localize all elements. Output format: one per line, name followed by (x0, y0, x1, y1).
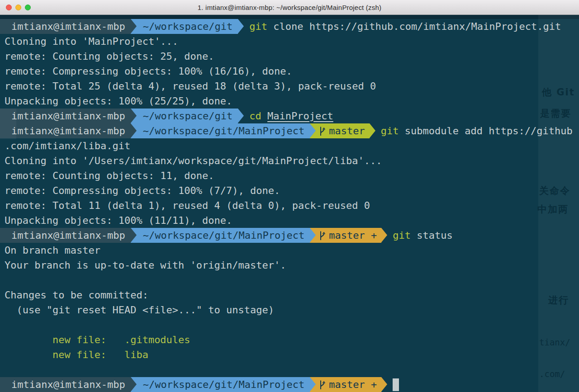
powerline-arrow-icon (131, 109, 137, 123)
command-token: MainProject (267, 109, 333, 123)
title-bar: 1. imtianx@imtianx-mbp: ~/workspace/git/… (0, 0, 579, 15)
output-line: remote: Total 11 (delta 1), reused 4 (de… (0, 198, 579, 213)
output-line: Cloning into '/Users/imtianx/workspace/g… (0, 153, 579, 168)
command-text: git submodule add https://github (375, 123, 573, 138)
prompt-line: imtianx@imtianx-mbp~/workspace/gitgit cl… (0, 19, 579, 34)
blank-line (0, 362, 579, 377)
prompt-path-segment: ~/workspace/git/MainProject (137, 228, 310, 243)
terminal-cursor (393, 378, 399, 391)
powerline-arrow-icon (310, 228, 316, 243)
output-text: remote: Compressing objects: 100% (7/7),… (0, 183, 280, 198)
output-text: new file: liba (0, 347, 148, 362)
output-line: Unpacking objects: 100% (11/11), done. (0, 213, 579, 228)
command-token (261, 109, 267, 123)
prompt-line: imtianx@imtianx-mbp~/workspace/git/MainP… (0, 228, 579, 243)
command-token: status (411, 228, 453, 243)
output-line: remote: Compressing objects: 100% (7/7),… (0, 183, 579, 198)
output-text: remote: Counting objects: 11, done. (0, 168, 214, 183)
output-line: remote: Total 25 (delta 4), reused 18 (d… (0, 79, 579, 94)
output-line: new file: .gitmodules (0, 332, 579, 347)
command-text: git status (387, 228, 452, 243)
output-text: Changes to be committed: (0, 288, 148, 302)
command-token: git (381, 123, 399, 138)
output-text: remote: Compressing objects: 100% (16/16… (0, 64, 292, 79)
output-text: Your branch is up-to-date with 'origin/m… (0, 258, 286, 273)
output-text: remote: Total 25 (delta 4), reused 18 (d… (0, 79, 376, 94)
powerline-arrow-icon (131, 19, 137, 34)
output-text: remote: Counting objects: 25, done. (0, 49, 214, 64)
powerline-arrow-icon (131, 377, 137, 392)
prompt-host-segment: imtianx@imtianx-mbp (0, 19, 131, 34)
command-token: submodule add https://github (399, 123, 573, 138)
git-branch-icon (319, 380, 326, 390)
output-line: (use "git reset HEAD <file>..." to unsta… (0, 302, 579, 317)
command-token: clone https://github.com/imtianx/MainPro… (267, 19, 561, 34)
prompt-host-segment: imtianx@imtianx-mbp (0, 109, 131, 123)
prompt-host-segment: imtianx@imtianx-mbp (0, 228, 131, 243)
powerline-arrow-icon (310, 123, 316, 138)
output-text: On branch master (0, 243, 100, 258)
command-token: git (393, 228, 411, 243)
prompt-line: imtianx@imtianx-mbp~/workspace/git/MainP… (0, 377, 579, 392)
output-line: remote: Counting objects: 25, done. (0, 49, 579, 64)
powerline-arrow-icon (238, 19, 244, 34)
branch-label: master + (329, 228, 377, 243)
output-line: Changes to be committed: (0, 288, 579, 302)
output-line: .com/imtianx/liba.git (0, 138, 579, 153)
prompt-path-segment: ~/workspace/git/MainProject (137, 377, 310, 392)
output-line: On branch master (0, 243, 579, 258)
prompt-branch-segment: master + (316, 228, 381, 243)
prompt-host-segment: imtianx@imtianx-mbp (0, 123, 131, 138)
output-text: Unpacking objects: 100% (11/11), done. (0, 213, 232, 228)
output-text: Cloning into '/Users/imtianx/workspace/g… (0, 153, 382, 168)
powerline-arrow-icon (238, 109, 244, 123)
prompt-line: imtianx@imtianx-mbp~/workspace/gitcd Mai… (0, 109, 579, 123)
git-branch-icon (319, 126, 326, 136)
powerline-arrow-icon (370, 123, 375, 138)
git-branch-icon (319, 231, 326, 241)
window-title: 1. imtianx@imtianx-mbp: ~/workspace/git/… (198, 4, 381, 11)
close-button[interactable] (6, 5, 12, 10)
output-text: (use "git reset HEAD <file>..." to unsta… (0, 302, 274, 317)
command-text: git clone https://github.com/imtianx/Mai… (244, 19, 561, 34)
powerline-arrow-icon (310, 377, 316, 392)
prompt-line: imtianx@imtianx-mbp~/workspace/git/MainP… (0, 123, 579, 138)
powerline-arrow-icon (381, 377, 387, 392)
command-token: git (249, 19, 267, 34)
output-text: new file: .gitmodules (0, 332, 190, 347)
output-text: remote: Total 11 (delta 1), reused 4 (de… (0, 198, 370, 213)
prompt-path-segment: ~/workspace/git/MainProject (137, 123, 310, 138)
terminal-top-padding (0, 15, 579, 19)
output-line: remote: Compressing objects: 100% (16/16… (0, 64, 579, 79)
output-text: .com/imtianx/liba.git (0, 138, 130, 153)
output-line: Unpacking objects: 100% (25/25), done. (0, 94, 579, 109)
terminal-lines: imtianx@imtianx-mbp~/workspace/gitgit cl… (0, 19, 579, 392)
output-line: Cloning into 'MainProject'... (0, 34, 579, 49)
prompt-branch-segment: master + (316, 377, 381, 392)
prompt-host-segment: imtianx@imtianx-mbp (0, 377, 131, 392)
command-token: cd (249, 109, 261, 123)
prompt-path-segment: ~/workspace/git (137, 19, 238, 34)
output-line: new file: liba (0, 347, 579, 362)
output-line: Your branch is up-to-date with 'origin/m… (0, 258, 579, 273)
minimize-button[interactable] (15, 5, 21, 10)
blank-line (0, 317, 579, 332)
branch-label: master (329, 123, 365, 138)
powerline-arrow-icon (131, 228, 137, 243)
powerline-arrow-icon (381, 228, 387, 243)
terminal-body[interactable]: imtianx@imtianx-mbp~/workspace/gitgit cl… (0, 15, 579, 392)
prompt-path-segment: ~/workspace/git (137, 109, 238, 123)
output-line: remote: Counting objects: 11, done. (0, 168, 579, 183)
blank-line (0, 273, 579, 288)
traffic-lights (6, 0, 31, 14)
powerline-arrow-icon (131, 123, 137, 138)
prompt-branch-segment: master (316, 123, 369, 138)
output-text: Unpacking objects: 100% (25/25), done. (0, 94, 232, 109)
branch-label: master + (329, 377, 377, 392)
command-text: cd MainProject (244, 109, 333, 123)
output-text: Cloning into 'MainProject'... (0, 34, 178, 49)
zoom-button[interactable] (25, 5, 31, 10)
